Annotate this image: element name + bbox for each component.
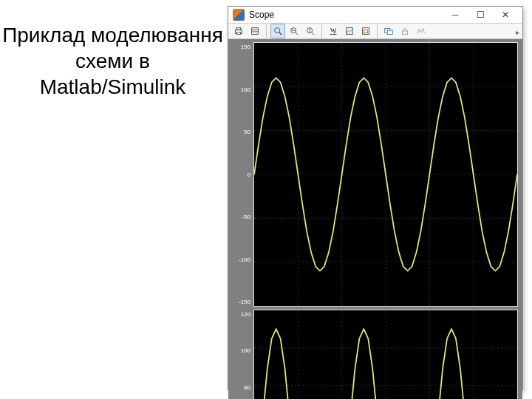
minimize-button[interactable]: ─ [443,7,468,23]
zoom-y-button[interactable] [303,24,318,38]
floating-scope-button[interactable] [381,24,396,38]
svg-rect-2 [236,33,240,35]
matlab-icon [233,9,245,21]
scope-window: Scope ─ ☐ ✕ ▸ 150100500-50-100-150 12010… [228,6,523,390]
autoscale-button[interactable] [326,24,341,38]
yticks-2: 120100806040200-20 [233,310,253,399]
svg-rect-19 [387,30,392,34]
parameters-button[interactable] [248,24,262,38]
svg-point-6 [275,28,280,33]
svg-line-10 [296,33,299,35]
signal-selection-button[interactable] [414,24,429,38]
plot-2[interactable] [253,310,518,399]
plot-area: 150100500-50-100-150 120100806040200-20 … [228,39,522,399]
svg-rect-15 [347,28,353,35]
window-title: Scope [249,10,274,20]
svg-rect-1 [236,28,240,30]
svg-line-7 [279,33,282,35]
plot-1[interactable] [253,42,518,307]
save-axes-button[interactable] [342,24,357,38]
svg-line-13 [312,33,315,35]
restore-axes-button[interactable] [358,24,373,38]
yticks-1: 150100500-50-100-150 [233,42,253,307]
svg-rect-17 [364,30,367,33]
toolbar: ▸ [228,24,522,39]
maximize-button[interactable]: ☐ [468,7,493,23]
zoom-button[interactable] [270,24,285,38]
titlebar[interactable]: Scope ─ ☐ ✕ [228,7,522,24]
print-button[interactable] [231,24,246,38]
svg-rect-3 [252,28,259,35]
zoom-x-button[interactable] [287,24,301,38]
close-button[interactable]: ✕ [493,7,518,23]
lock-button[interactable] [398,24,412,38]
page-caption: Приклад моделювання схеми в Matlab/Simul… [0,22,225,100]
overflow-icon[interactable]: ▸ [516,28,519,36]
svg-rect-20 [403,31,408,34]
